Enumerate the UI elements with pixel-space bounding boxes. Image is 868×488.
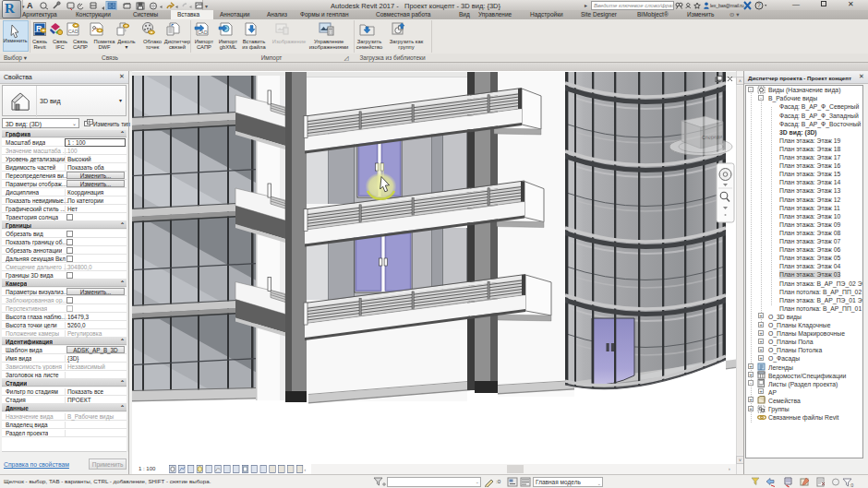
svg-text::0: :0 (850, 482, 853, 488)
svg-text:‹: ‹ (304, 467, 306, 473)
svg-text:CAD: CAD (198, 30, 208, 35)
svg-text:Спереди: Спереди (702, 134, 723, 140)
svg-text:CAD: CAD (68, 29, 78, 34)
svg-text:?: ? (757, 2, 761, 8)
